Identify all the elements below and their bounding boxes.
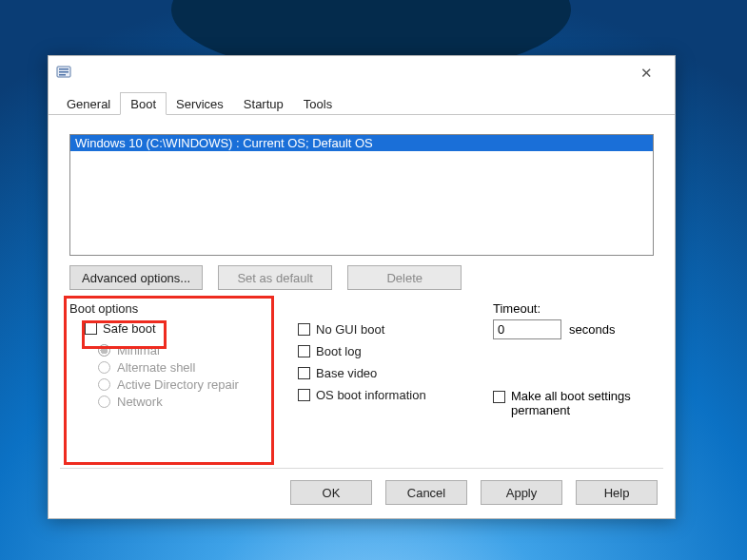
timeout-label: Timeout: bbox=[493, 301, 644, 316]
checkbox-label: Base video bbox=[316, 366, 377, 380]
radio-alternate-shell: Alternate shell bbox=[98, 360, 274, 375]
safe-boot-checkbox[interactable]: Safe boot bbox=[85, 321, 274, 336]
delete-button[interactable]: Delete bbox=[347, 265, 462, 290]
radio-label: Alternate shell bbox=[117, 360, 195, 375]
timeout-group: Timeout: seconds Make all boot settings … bbox=[483, 301, 644, 417]
msconfig-icon bbox=[56, 64, 73, 84]
cancel-button[interactable]: Cancel bbox=[385, 480, 467, 505]
checkbox-label: No GUI boot bbox=[316, 322, 384, 337]
make-permanent-checkbox[interactable]: Make all boot settings permanent bbox=[493, 389, 644, 417]
tab-label: Tools bbox=[304, 97, 332, 111]
titlebar: ✕ bbox=[49, 56, 675, 90]
tab-boot[interactable]: Boot bbox=[120, 92, 167, 115]
os-list-item-label: Windows 10 (C:\WINDOWS) : Current OS; De… bbox=[75, 136, 373, 150]
boot-flags-group: No GUI boot Boot log Base video OS boot … bbox=[274, 301, 483, 417]
dialog-body: Windows 10 (C:\WINDOWS) : Current OS; De… bbox=[49, 115, 675, 431]
radio-icon bbox=[98, 378, 110, 391]
checkbox-label: OS boot information bbox=[316, 388, 426, 402]
boot-log-checkbox[interactable]: Boot log bbox=[298, 344, 483, 358]
close-icon: ✕ bbox=[640, 65, 653, 82]
ok-button[interactable]: OK bbox=[290, 480, 372, 505]
tab-label: Services bbox=[176, 97, 224, 111]
radio-ad-repair: Active Directory repair bbox=[98, 377, 274, 392]
advanced-options-button[interactable]: Advanced options... bbox=[69, 265, 203, 290]
checkbox-icon bbox=[298, 345, 310, 357]
tab-strip: General Boot Services Startup Tools bbox=[49, 90, 675, 115]
radio-icon bbox=[98, 396, 110, 408]
close-button[interactable]: ✕ bbox=[625, 59, 667, 87]
checkbox-label: Boot log bbox=[316, 344, 362, 358]
svg-rect-2 bbox=[59, 71, 69, 73]
tab-tools[interactable]: Tools bbox=[293, 92, 343, 114]
radio-minimal: Minimal bbox=[98, 343, 274, 357]
checkbox-icon bbox=[298, 389, 310, 401]
msconfig-dialog: ✕ General Boot Services Startup Tools Wi… bbox=[48, 55, 676, 519]
divider bbox=[60, 468, 663, 469]
dialog-footer: OK Cancel Apply Help bbox=[290, 480, 658, 505]
os-action-row: Advanced options... Set as default Delet… bbox=[69, 265, 654, 290]
apply-button[interactable]: Apply bbox=[481, 480, 562, 505]
os-boot-info-checkbox[interactable]: OS boot information bbox=[298, 388, 483, 402]
checkbox-icon bbox=[298, 323, 310, 336]
options-grid: Boot options Safe boot Minimal Alternate… bbox=[69, 301, 654, 417]
checkbox-icon bbox=[298, 367, 310, 379]
tab-label: Startup bbox=[244, 97, 284, 111]
radio-label: Minimal bbox=[117, 343, 160, 357]
tab-services[interactable]: Services bbox=[166, 92, 234, 114]
radio-label: Network bbox=[117, 395, 163, 409]
set-as-default-button[interactable]: Set as default bbox=[218, 265, 332, 290]
svg-rect-1 bbox=[59, 68, 69, 70]
checkbox-icon bbox=[85, 322, 97, 335]
timeout-input[interactable] bbox=[493, 319, 561, 339]
svg-rect-3 bbox=[59, 74, 66, 76]
checkbox-icon bbox=[493, 391, 505, 403]
radio-label: Active Directory repair bbox=[117, 377, 239, 392]
checkbox-label: Make all boot settings permanent bbox=[511, 389, 644, 417]
radio-network: Network bbox=[98, 395, 274, 409]
radio-icon bbox=[98, 344, 110, 357]
tab-label: General bbox=[67, 97, 110, 111]
tab-label: Boot bbox=[130, 97, 156, 111]
os-list-item-selected[interactable]: Windows 10 (C:\WINDOWS) : Current OS; De… bbox=[70, 135, 653, 151]
tab-general[interactable]: General bbox=[56, 92, 121, 114]
help-button[interactable]: Help bbox=[576, 480, 658, 505]
no-gui-boot-checkbox[interactable]: No GUI boot bbox=[298, 322, 483, 337]
tab-startup[interactable]: Startup bbox=[233, 92, 294, 114]
desktop-wallpaper: ✕ General Boot Services Startup Tools Wi… bbox=[0, 0, 747, 560]
boot-options-label: Boot options bbox=[69, 301, 274, 316]
os-list[interactable]: Windows 10 (C:\WINDOWS) : Current OS; De… bbox=[69, 134, 654, 256]
boot-options-group: Boot options Safe boot Minimal Alternate… bbox=[69, 301, 274, 417]
checkbox-label: Safe boot bbox=[103, 321, 156, 336]
radio-icon bbox=[98, 361, 110, 374]
timeout-unit: seconds bbox=[569, 322, 615, 337]
base-video-checkbox[interactable]: Base video bbox=[298, 366, 483, 380]
